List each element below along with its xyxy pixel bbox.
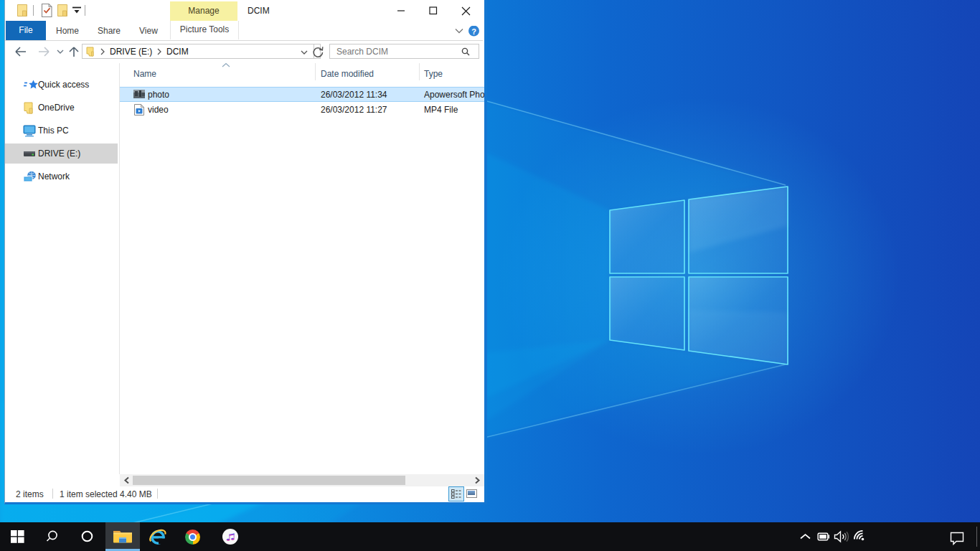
svg-text:?: ? — [471, 27, 476, 36]
